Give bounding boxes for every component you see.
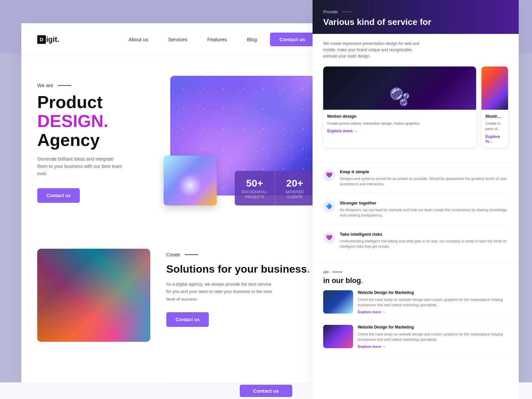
blog-content-2: Website Design for Marketing Check the c… [358, 325, 508, 348]
hero-title-agency: Agency [37, 131, 157, 150]
rp-card-motion: Motion design Create promo videos, inter… [323, 66, 476, 148]
main-content: D igit. About us Services Features Blog … [21, 23, 331, 382]
rp-cards: Motion design Create promo videos, inter… [323, 66, 508, 148]
stat-clients: 20+ SATISFIED CLIENTS [275, 171, 315, 205]
value-title-risks: Take intelligent risks [340, 232, 508, 237]
rp-card-image-illust [481, 66, 508, 110]
nav-contact-button[interactable]: Contact us [270, 33, 315, 46]
value-content-together: Stronger together As designers, we can l… [340, 200, 508, 218]
stat-projects-label2: PROJECTS [240, 195, 269, 199]
stats-overlay: 50+ SUCCESSFULL PROJECTS 20+ SATISFIED C… [235, 171, 315, 205]
nav-links: About us Services Features Blog [129, 37, 257, 43]
value-desc-risks: Understanding intelligent risk-taking an… [340, 238, 508, 249]
hero-title: Product DESIGN. Agency [37, 93, 157, 150]
blog-label-line [332, 272, 342, 272]
rp-provide-label: Provide [323, 9, 508, 14]
provide-line [342, 12, 352, 12]
stat-projects: 50+ SUCCESSFULL PROJECTS [235, 171, 275, 205]
second-section: Create Solutions for your business. As a… [21, 229, 331, 355]
stat-clients-label2: CLIENTS [280, 195, 310, 199]
blog-content-1: Website Design for Marketing Check the c… [358, 290, 508, 314]
nav-about[interactable]: About us [129, 37, 148, 42]
blog-title-2: Website Design for Marketing [358, 325, 508, 330]
stat-clients-number: 20+ [280, 178, 310, 189]
rp-description: We create impressive presentation design… [323, 41, 423, 60]
nav-features[interactable]: Features [207, 37, 227, 42]
bottom-contact-bar: Contact us [0, 382, 532, 399]
hero-description: Generate brilliant ideas and integrate t… [37, 155, 124, 178]
hero-image-area: 50+ SUCCESSFULL PROJECTS 20+ SATISFIED C… [170, 76, 315, 215]
second-text: Create Solutions for your business. As a… [166, 249, 315, 327]
hero-we-are: We are [37, 82, 157, 88]
blog-thumb-1 [323, 290, 353, 314]
create-line [185, 254, 198, 255]
hero-contact-button[interactable]: Contact us [37, 188, 80, 203]
dot-purple: . [307, 263, 310, 275]
value-title-simple: Keep it simple [340, 169, 508, 174]
logo: D igit. [37, 35, 59, 44]
right-panel: Provide Various kind of service for We c… [313, 0, 519, 399]
rp-card-body-motion: Motion design Create promo videos, inter… [323, 110, 476, 138]
nav-blog[interactable]: Blog [247, 37, 257, 42]
value-content-simple: Keep it simple Designs and systems shoul… [340, 169, 508, 187]
hero-thumbnail [164, 156, 217, 205]
second-image [37, 249, 150, 342]
value-desc-together: As designers, we can lead by example and… [340, 207, 508, 218]
value-desc-simple: Designs and systems should be as simple … [340, 176, 508, 187]
value-icon-together: 🔷 [323, 200, 335, 212]
blog-item-1: Website Design for Marketing Check the c… [323, 290, 508, 320]
blog-desc-2: Check the case study on website design a… [358, 332, 508, 342]
value-title-together: Stronger together [340, 200, 508, 205]
blog-thumb-2 [323, 325, 353, 348]
value-item-together: 🔷 Stronger together As designers, we can… [323, 200, 508, 225]
value-item-simple: 💜 Keep it simple Designs and systems sho… [323, 169, 508, 194]
rp-card-desc-motion: Create promo videos, interaction design,… [327, 121, 472, 126]
rp-card-desc-illust: Create d... pack of... [485, 121, 504, 132]
rp-banner: Provide Various kind of service for [313, 0, 519, 34]
navbar: D igit. About us Services Features Blog … [21, 23, 331, 56]
logo-text: igit. [46, 35, 59, 44]
rp-card-title-motion: Motion design [327, 114, 472, 119]
rp-card-illust: Illustr... Create d... pack of... Explor… [481, 66, 508, 148]
rp-title: Various kind of service for [323, 17, 508, 27]
nav-services[interactable]: Services [168, 37, 188, 42]
value-content-risks: Take intelligent risks Understanding int… [340, 232, 508, 249]
rp-blog-label: ate [323, 270, 508, 274]
value-icon-simple: 💜 [323, 169, 335, 181]
rp-blog: ate in our blog. Website Design for Mark… [313, 263, 519, 366]
stat-clients-label1: SATISFIED [280, 190, 310, 194]
value-item-risks: 💜 Take intelligent risks Understanding i… [323, 232, 508, 256]
stat-projects-number: 50+ [240, 178, 269, 189]
stat-projects-label1: SUCCESSFULL [240, 190, 269, 194]
hero-title-product: Product [37, 93, 157, 112]
second-contact-button[interactable]: Contact us [166, 312, 209, 327]
bottom-contact-button[interactable]: Contact us [240, 385, 292, 397]
logo-box: D [37, 35, 46, 44]
hero-title-design: DESIGN. [37, 112, 157, 131]
rp-blog-title: in our blog. [323, 276, 508, 285]
rp-card-image-motion [323, 66, 476, 110]
blog-explore-2[interactable]: Explore more → [358, 344, 508, 348]
rp-card-title-illust: Illustr... [485, 114, 504, 119]
rp-card-explore-motion[interactable]: Explore more → [327, 129, 472, 133]
value-icon-risks: 💜 [323, 232, 335, 244]
hero-text: We are Product DESIGN. Agency Generate b… [37, 76, 157, 203]
blog-item-2: Website Design for Marketing Check the c… [323, 325, 508, 354]
rp-card-body-illust: Illustr... Create d... pack of... Explor… [481, 110, 508, 148]
rp-service-area: We create impressive presentation design… [313, 34, 519, 162]
blog-explore-1[interactable]: Explore more → [358, 310, 508, 314]
rp-values: 💜 Keep it simple Designs and systems sho… [313, 162, 519, 263]
section-create-label: Create [166, 252, 315, 257]
blog-title-1: Website Design for Marketing [358, 290, 508, 295]
blog-desc-1: Check the case study on website design a… [358, 297, 508, 308]
second-title: Solutions for your business. [166, 263, 315, 275]
rp-card-explore-illust[interactable]: Explore m... [485, 134, 504, 144]
second-description: As a digital agency, we always provide t… [166, 281, 273, 303]
blog-title-dot: . [361, 276, 363, 285]
hero-section: We are Product DESIGN. Agency Generate b… [21, 56, 331, 229]
